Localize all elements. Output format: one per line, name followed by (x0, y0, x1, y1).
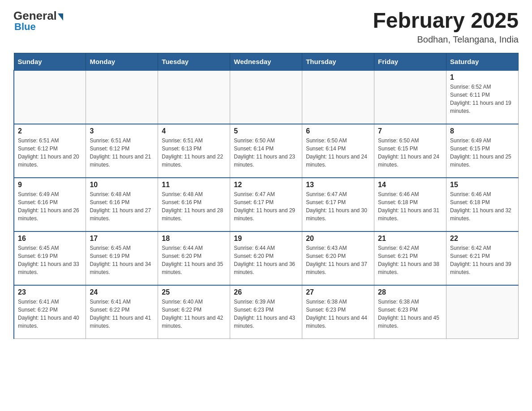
day-info: Sunrise: 6:40 AMSunset: 6:22 PMDaylight:… (162, 298, 226, 330)
logo-arrow-icon (58, 13, 63, 21)
day-number: 8 (450, 127, 515, 135)
day-info: Sunrise: 6:52 AMSunset: 6:11 PMDaylight:… (450, 83, 515, 115)
day-info: Sunrise: 6:47 AMSunset: 6:17 PMDaylight:… (306, 190, 370, 223)
calendar: Sunday Monday Tuesday Wednesday Thursday… (13, 53, 519, 339)
day-number: 13 (306, 181, 370, 189)
week-row-5: 23Sunrise: 6:41 AMSunset: 6:22 PMDayligh… (14, 285, 519, 339)
day-number: 14 (378, 181, 442, 189)
cell-week2-day5: 7Sunrise: 6:50 AMSunset: 6:15 PMDaylight… (374, 124, 446, 178)
title-area: February 2025 Bodhan, Telangana, India (373, 9, 519, 45)
day-number: 21 (378, 235, 442, 243)
day-info: Sunrise: 6:50 AMSunset: 6:15 PMDaylight:… (378, 137, 442, 169)
cell-week3-day3: 12Sunrise: 6:47 AMSunset: 6:17 PMDayligh… (230, 178, 302, 231)
day-info: Sunrise: 6:50 AMSunset: 6:14 PMDaylight:… (234, 137, 298, 169)
cell-week3-day4: 13Sunrise: 6:47 AMSunset: 6:17 PMDayligh… (302, 178, 374, 231)
cell-week1-day1 (86, 70, 158, 124)
header-monday: Monday (86, 53, 158, 70)
day-info: Sunrise: 6:41 AMSunset: 6:22 PMDaylight:… (90, 298, 154, 330)
day-number: 1 (450, 73, 515, 81)
logo: General Blue (13, 9, 63, 33)
day-info: Sunrise: 6:46 AMSunset: 6:18 PMDaylight:… (378, 190, 442, 223)
day-number: 17 (90, 235, 154, 243)
header: General Blue February 2025 Bodhan, Telan… (13, 9, 519, 45)
cell-week2-day4: 6Sunrise: 6:50 AMSunset: 6:14 PMDaylight… (302, 124, 374, 178)
cell-week3-day5: 14Sunrise: 6:46 AMSunset: 6:18 PMDayligh… (374, 178, 446, 231)
day-number: 22 (450, 235, 515, 243)
days-header-row: Sunday Monday Tuesday Wednesday Thursday… (14, 53, 519, 70)
cell-week5-day4: 27Sunrise: 6:38 AMSunset: 6:23 PMDayligh… (302, 285, 374, 339)
day-number: 23 (18, 288, 82, 296)
cell-week5-day5: 28Sunrise: 6:38 AMSunset: 6:23 PMDayligh… (374, 285, 446, 339)
day-info: Sunrise: 6:44 AMSunset: 6:20 PMDaylight:… (162, 244, 226, 276)
cell-week1-day6: 1Sunrise: 6:52 AMSunset: 6:11 PMDaylight… (446, 70, 519, 124)
day-number: 27 (306, 288, 370, 296)
cell-week5-day6 (446, 285, 519, 339)
cell-week3-day0: 9Sunrise: 6:49 AMSunset: 6:16 PMDaylight… (14, 178, 86, 231)
day-info: Sunrise: 6:38 AMSunset: 6:23 PMDaylight:… (306, 298, 370, 330)
day-info: Sunrise: 6:50 AMSunset: 6:14 PMDaylight:… (306, 137, 370, 169)
day-info: Sunrise: 6:43 AMSunset: 6:20 PMDaylight:… (306, 244, 370, 276)
day-number: 2 (18, 127, 82, 135)
header-tuesday: Tuesday (158, 53, 230, 70)
day-number: 10 (90, 181, 154, 189)
day-info: Sunrise: 6:38 AMSunset: 6:23 PMDaylight:… (378, 298, 442, 330)
cell-week1-day3 (230, 70, 302, 124)
cell-week5-day0: 23Sunrise: 6:41 AMSunset: 6:22 PMDayligh… (14, 285, 86, 339)
cell-week4-day2: 18Sunrise: 6:44 AMSunset: 6:20 PMDayligh… (158, 231, 230, 285)
cell-week1-day2 (158, 70, 230, 124)
day-number: 19 (234, 235, 298, 243)
day-info: Sunrise: 6:49 AMSunset: 6:15 PMDaylight:… (450, 137, 515, 169)
day-info: Sunrise: 6:44 AMSunset: 6:20 PMDaylight:… (234, 244, 298, 276)
day-number: 16 (18, 235, 82, 243)
day-number: 18 (162, 235, 226, 243)
cell-week1-day4 (302, 70, 374, 124)
header-saturday: Saturday (446, 53, 519, 70)
day-info: Sunrise: 6:51 AMSunset: 6:12 PMDaylight:… (18, 137, 82, 169)
cell-week2-day0: 2Sunrise: 6:51 AMSunset: 6:12 PMDaylight… (14, 124, 86, 178)
day-info: Sunrise: 6:46 AMSunset: 6:18 PMDaylight:… (450, 190, 515, 223)
cell-week2-day6: 8Sunrise: 6:49 AMSunset: 6:15 PMDaylight… (446, 124, 519, 178)
day-info: Sunrise: 6:41 AMSunset: 6:22 PMDaylight:… (18, 298, 82, 330)
day-number: 4 (162, 127, 226, 135)
day-number: 5 (234, 127, 298, 135)
week-row-3: 9Sunrise: 6:49 AMSunset: 6:16 PMDaylight… (14, 178, 519, 231)
day-number: 28 (378, 288, 442, 296)
cell-week5-day3: 26Sunrise: 6:39 AMSunset: 6:23 PMDayligh… (230, 285, 302, 339)
cell-week2-day3: 5Sunrise: 6:50 AMSunset: 6:14 PMDaylight… (230, 124, 302, 178)
logo-blue-text: Blue (14, 21, 36, 33)
cell-week5-day1: 24Sunrise: 6:41 AMSunset: 6:22 PMDayligh… (86, 285, 158, 339)
cell-week3-day6: 15Sunrise: 6:46 AMSunset: 6:18 PMDayligh… (446, 178, 519, 231)
day-info: Sunrise: 6:47 AMSunset: 6:17 PMDaylight:… (234, 190, 298, 223)
day-number: 12 (234, 181, 298, 189)
day-info: Sunrise: 6:51 AMSunset: 6:13 PMDaylight:… (162, 137, 226, 169)
cell-week4-day6: 22Sunrise: 6:42 AMSunset: 6:21 PMDayligh… (446, 231, 519, 285)
day-number: 7 (378, 127, 442, 135)
day-number: 9 (18, 181, 82, 189)
day-info: Sunrise: 6:48 AMSunset: 6:16 PMDaylight:… (162, 190, 226, 223)
cell-week3-day1: 10Sunrise: 6:48 AMSunset: 6:16 PMDayligh… (86, 178, 158, 231)
day-number: 20 (306, 235, 370, 243)
day-number: 25 (162, 288, 226, 296)
week-row-4: 16Sunrise: 6:45 AMSunset: 6:19 PMDayligh… (14, 231, 519, 285)
day-number: 24 (90, 288, 154, 296)
day-info: Sunrise: 6:39 AMSunset: 6:23 PMDaylight:… (234, 298, 298, 330)
day-info: Sunrise: 6:48 AMSunset: 6:16 PMDaylight:… (90, 190, 154, 223)
week-row-1: 1Sunrise: 6:52 AMSunset: 6:11 PMDaylight… (14, 70, 519, 124)
day-number: 26 (234, 288, 298, 296)
header-wednesday: Wednesday (230, 53, 302, 70)
cell-week1-day5 (374, 70, 446, 124)
cell-week4-day4: 20Sunrise: 6:43 AMSunset: 6:20 PMDayligh… (302, 231, 374, 285)
day-number: 15 (450, 181, 515, 189)
day-number: 11 (162, 181, 226, 189)
cell-week1-day0 (14, 70, 86, 124)
main-title: February 2025 (373, 9, 519, 33)
day-info: Sunrise: 6:51 AMSunset: 6:12 PMDaylight:… (90, 137, 154, 169)
day-number: 6 (306, 127, 370, 135)
cell-week2-day1: 3Sunrise: 6:51 AMSunset: 6:12 PMDaylight… (86, 124, 158, 178)
cell-week4-day1: 17Sunrise: 6:45 AMSunset: 6:19 PMDayligh… (86, 231, 158, 285)
header-sunday: Sunday (14, 53, 86, 70)
cell-week4-day0: 16Sunrise: 6:45 AMSunset: 6:19 PMDayligh… (14, 231, 86, 285)
cell-week4-day5: 21Sunrise: 6:42 AMSunset: 6:21 PMDayligh… (374, 231, 446, 285)
header-friday: Friday (374, 53, 446, 70)
header-thursday: Thursday (302, 53, 374, 70)
